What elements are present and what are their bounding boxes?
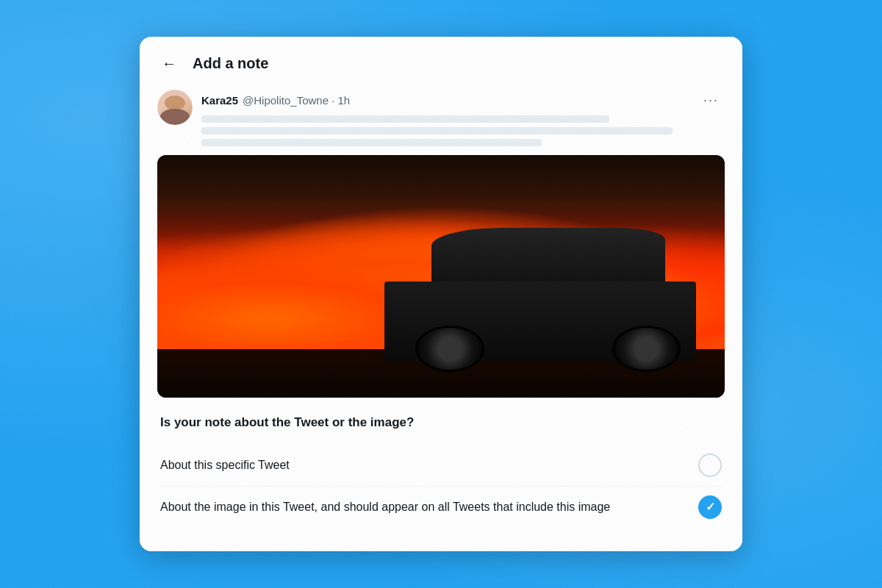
car-wheel-right: [612, 326, 681, 373]
option-image[interactable]: About the image in this Tweet, and shoul…: [160, 486, 722, 528]
option-tweet-label: About this specific Tweet: [160, 457, 698, 473]
radio-tweet[interactable]: [698, 453, 722, 477]
text-line-2: [201, 127, 673, 135]
back-arrow-icon: ←: [162, 55, 176, 72]
page-title: Add a note: [193, 55, 268, 72]
avatar: [157, 90, 193, 125]
handle-time: @Hipolito_Towne · 1h: [243, 94, 350, 107]
burning-car-scene: [157, 155, 725, 398]
username: Kara25: [201, 94, 238, 107]
car-wheel-left: [415, 326, 484, 373]
option-image-label: About the image in this Tweet, and shoul…: [160, 499, 698, 515]
modal-card: ← Add a note Kara25 @Hipolito_Towne · 1h…: [140, 37, 742, 551]
car-roof: [431, 228, 665, 288]
back-button[interactable]: ←: [157, 51, 181, 75]
header-row: ← Add a note: [157, 51, 725, 75]
tweet-image: [157, 155, 725, 398]
tweet-section: ← Add a note Kara25 @Hipolito_Towne · 1h…: [140, 37, 742, 398]
more-button[interactable]: ···: [698, 90, 725, 111]
tweet-meta-top: Kara25 @Hipolito_Towne · 1h ···: [201, 90, 725, 111]
question-title: Is your note about the Tweet or the imag…: [160, 415, 722, 430]
user-info: Kara25 @Hipolito_Towne · 1h: [201, 94, 350, 107]
tweet-meta: Kara25 @Hipolito_Towne · 1h ···: [201, 90, 725, 146]
tweet-text-lines: [201, 115, 725, 146]
options-section: Is your note about the Tweet or the imag…: [140, 398, 742, 551]
car-silhouette: [384, 228, 697, 362]
option-tweet[interactable]: About this specific Tweet: [160, 445, 722, 486]
text-line-1: [201, 115, 609, 123]
tweet-row: Kara25 @Hipolito_Towne · 1h ···: [157, 90, 725, 146]
text-line-3: [201, 139, 542, 146]
checkmark-icon: ✓: [706, 501, 715, 513]
avatar-image: [157, 90, 193, 125]
radio-image[interactable]: ✓: [698, 495, 722, 519]
